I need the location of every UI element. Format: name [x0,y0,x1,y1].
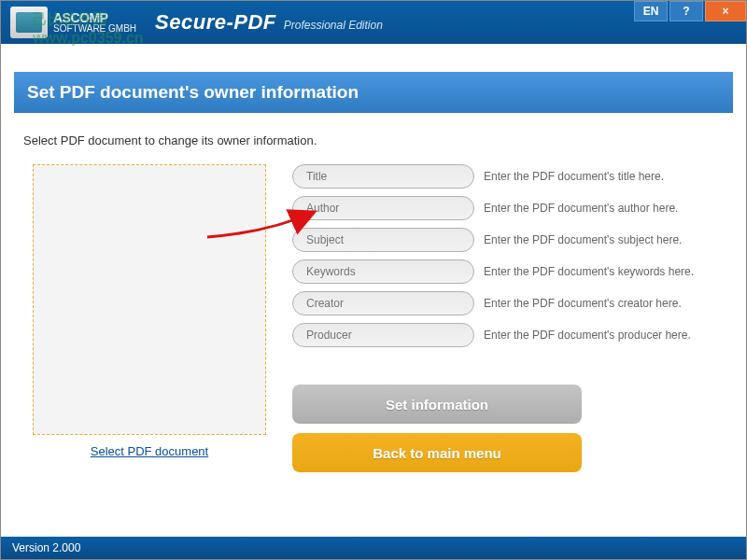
help-button[interactable]: ? [669,1,703,21]
content-area: Select PDF document Enter the PDF docume… [1,147,746,472]
field-row-creator: Enter the PDF document's creator here. [292,291,724,315]
producer-hint: Enter the PDF document's producer here. [484,329,724,342]
logo-icon [10,7,48,38]
language-button[interactable]: EN [634,1,668,21]
back-to-main-button[interactable]: Back to main menu [292,433,582,472]
field-row-keywords: Enter the PDF document's keywords here. [292,259,724,284]
keywords-hint: Enter the PDF document's keywords here. [484,265,724,278]
footer-bar: Version 2.000 [1,537,746,559]
preview-column: Select PDF document [23,164,275,472]
titlebar: ASCOMP SOFTWARE GMBH Secure-PDF Professi… [1,1,746,44]
subject-field[interactable] [292,228,474,252]
app-edition: Professional Edition [284,19,383,32]
author-field[interactable] [292,196,474,220]
fields-column: Enter the PDF document's title here. Ent… [292,164,724,472]
instruction-text: Select PDF document to change its owner … [23,133,724,147]
fields-list: Enter the PDF document's title here. Ent… [292,164,724,347]
select-pdf-link[interactable]: Select PDF document [91,444,208,458]
brand-logo: ASCOMP SOFTWARE GMBH [10,1,136,44]
field-row-producer: Enter the PDF document's producer here. [292,323,724,347]
keywords-field[interactable] [292,259,474,284]
app-name: Secure-PDF [155,10,276,35]
subject-hint: Enter the PDF document's subject here. [484,233,724,246]
title-field[interactable] [292,164,474,189]
field-row-subject: Enter the PDF document's subject here. [292,228,724,252]
brand-name: ASCOMP [53,11,136,24]
author-hint: Enter the PDF document's author here. [484,202,724,215]
action-area: Set information Back to main menu [292,385,724,472]
creator-hint: Enter the PDF document's creator here. [484,297,724,310]
field-row-author: Enter the PDF document's author here. [292,196,724,220]
version-label: Version 2.000 [12,541,80,554]
producer-field[interactable] [292,323,474,347]
close-button[interactable]: × [705,1,746,21]
pdf-preview-box[interactable] [33,164,266,435]
brand-subtitle: SOFTWARE GMBH [53,24,136,34]
section-header: Set PDF document's owner information [14,72,733,113]
brand-text: ASCOMP SOFTWARE GMBH [53,11,136,34]
app-title: Secure-PDF Professional Edition [155,10,383,35]
set-information-button[interactable]: Set information [292,385,582,424]
field-row-title: Enter the PDF document's title here. [292,164,724,189]
creator-field[interactable] [292,291,474,315]
section-title: Set PDF document's owner information [27,82,359,103]
title-hint: Enter the PDF document's title here. [484,170,724,183]
